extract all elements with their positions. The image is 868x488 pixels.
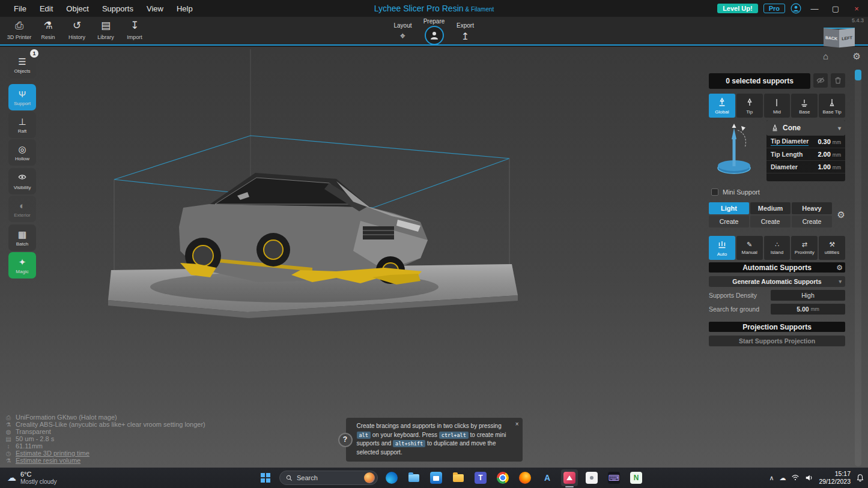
support-part-tab-tip[interactable]: Tip bbox=[736, 94, 763, 118]
hide-supports-button[interactable] bbox=[813, 73, 828, 88]
tip-length-input[interactable]: 2.00mm bbox=[818, 151, 841, 158]
view-cube-back-face[interactable]: BACK bbox=[824, 28, 839, 48]
taskbar-app-notepad[interactable]: N bbox=[628, 469, 645, 486]
menu-help[interactable]: Help bbox=[170, 4, 199, 13]
sidebar-item-support[interactable]: Ψ Support bbox=[8, 84, 36, 110]
notifications-bell-icon[interactable] bbox=[856, 474, 864, 482]
onedrive-cloud-icon[interactable]: ☁ bbox=[779, 474, 786, 482]
taskbar-app-file-explorer[interactable] bbox=[405, 469, 422, 486]
minimize-button[interactable]: — bbox=[807, 4, 822, 13]
level-up-button[interactable]: Level Up! bbox=[717, 4, 758, 13]
view-cube-left-face[interactable]: LEFT bbox=[839, 28, 855, 48]
scrollbar-thumb[interactable] bbox=[855, 70, 861, 80]
support-shape-dropdown[interactable]: Cone ▾ bbox=[766, 120, 845, 136]
delete-supports-button[interactable] bbox=[831, 73, 845, 88]
layout-icon: ⌖ bbox=[400, 31, 405, 41]
taskbar-app-anydesk[interactable]: A bbox=[539, 469, 556, 486]
tool-history[interactable]: ↺ History bbox=[62, 17, 91, 41]
tooltip-close-icon[interactable]: × bbox=[515, 420, 519, 429]
tab-layout[interactable]: Layout ⌖ bbox=[387, 17, 419, 45]
generate-automatic-supports-button[interactable]: Generate Automatic Supports ▾ bbox=[709, 276, 845, 287]
support-part-tab-base[interactable]: Base bbox=[791, 94, 818, 118]
start-button[interactable] bbox=[257, 469, 274, 486]
taskbar-app-store[interactable] bbox=[428, 469, 445, 486]
mode-tab-island[interactable]: ∴ Island bbox=[764, 236, 791, 260]
supports-density-select[interactable]: High bbox=[771, 290, 845, 301]
taskbar-clock[interactable]: 15:17 29/12/2023 bbox=[819, 470, 851, 486]
sidebar-item-visibility[interactable]: Visibility bbox=[8, 168, 36, 194]
diameter-input[interactable]: 1.00mm bbox=[818, 163, 841, 170]
taskbar-app-teams[interactable]: T bbox=[472, 469, 489, 486]
microsoft-store-icon bbox=[430, 472, 442, 484]
support-part-tab-base-tip[interactable]: Base Tip bbox=[819, 94, 845, 118]
tool-3d-printer[interactable]: ⎙ 3D Printer bbox=[5, 17, 34, 41]
account-avatar[interactable] bbox=[791, 3, 801, 14]
weight-tab-light[interactable]: Light bbox=[709, 202, 749, 214]
taskbar-app-keyboard[interactable]: ⌨ bbox=[605, 469, 622, 486]
sphere-icon: ◍ bbox=[5, 429, 12, 436]
taskbar-app-firefox[interactable] bbox=[517, 469, 533, 486]
supports-density-row: Supports Density High bbox=[709, 290, 845, 301]
start-supports-projection-button[interactable]: Start Supports Projection bbox=[709, 336, 845, 346]
status-resin: ⚗ Creality ABS-Like (anycubic abs like+ … bbox=[5, 421, 205, 429]
taskbar-app-lychee[interactable] bbox=[561, 469, 578, 486]
mode-tab-manual[interactable]: ✎ Manual bbox=[736, 236, 763, 260]
view-cube[interactable]: BACK LEFT bbox=[824, 28, 855, 47]
create-light-button[interactable]: Create bbox=[709, 215, 749, 227]
taskbar-app-folder[interactable] bbox=[450, 469, 467, 486]
close-button[interactable]: × bbox=[849, 4, 864, 13]
tip-diameter-input[interactable]: 0.30mm bbox=[818, 138, 841, 145]
estimate-print-time-link[interactable]: ◷ Estimate 3D printing time bbox=[5, 450, 205, 457]
menu-supports[interactable]: Supports bbox=[96, 4, 140, 13]
menu-edit[interactable]: Edit bbox=[33, 4, 59, 13]
speaker-icon[interactable] bbox=[805, 474, 813, 482]
taskbar-app-white[interactable] bbox=[583, 469, 600, 486]
generate-options-caret-icon[interactable]: ▾ bbox=[839, 279, 842, 285]
search-for-ground-input[interactable]: 5.00mm bbox=[771, 304, 845, 315]
taskbar-app-edge[interactable] bbox=[383, 469, 400, 486]
tool-resin[interactable]: ⚗ Resin bbox=[34, 17, 62, 41]
taskbar-app-chrome[interactable] bbox=[494, 469, 511, 486]
tab-export[interactable]: Export ↥ bbox=[450, 17, 481, 45]
mode-tab-auto[interactable]: Auto bbox=[709, 236, 735, 260]
hidden-icons-chevron[interactable]: ∧ bbox=[769, 474, 774, 482]
sidebar-item-hollow[interactable]: ◎ Hollow bbox=[8, 139, 36, 166]
titlebar: File Edit Object Supports View Help Lych… bbox=[0, 0, 868, 17]
cone-icon bbox=[771, 124, 779, 132]
weight-tab-heavy[interactable]: Heavy bbox=[792, 202, 832, 214]
viewport-scrollbar[interactable] bbox=[855, 70, 861, 466]
car-model[interactable] bbox=[179, 173, 428, 285]
weight-settings-gear[interactable]: ⚙ bbox=[837, 209, 845, 220]
tab-prepare[interactable]: Prepare bbox=[419, 17, 450, 45]
taskbar-search[interactable]: Search bbox=[279, 471, 378, 485]
sidebar-item-magic[interactable]: ✦ Magic bbox=[8, 252, 36, 279]
support-part-tab-global[interactable]: Global bbox=[709, 94, 735, 118]
create-heavy-button[interactable]: Create bbox=[792, 215, 832, 227]
weather-widget[interactable]: ☁ 6°C Mostly cloudy bbox=[0, 468, 64, 488]
weight-tab-medium[interactable]: Medium bbox=[750, 202, 791, 214]
viewport-settings-gear[interactable]: ⚙ bbox=[853, 51, 861, 62]
maximize-button[interactable]: ▢ bbox=[828, 4, 843, 13]
support-part-tab-mid[interactable]: Mid bbox=[764, 94, 791, 118]
tool-import[interactable]: ↧ Import bbox=[120, 17, 149, 41]
sidebar-item-batch[interactable]: ▦ Batch bbox=[8, 224, 36, 251]
tool-library[interactable]: ▤ Library bbox=[91, 17, 120, 41]
menu-object[interactable]: Object bbox=[59, 4, 96, 13]
sidebar-item-raft[interactable]: ⊥ Raft bbox=[8, 112, 36, 138]
sidebar-item-objects[interactable]: 1 ☰ Objects bbox=[8, 52, 36, 78]
auto-supports-settings-gear[interactable]: ⚙ bbox=[836, 264, 843, 272]
home-view-button[interactable]: ⌂ bbox=[823, 51, 828, 61]
estimate-resin-volume-link[interactable]: ⚗ Estimate resin volume bbox=[5, 457, 205, 465]
support-shape-preview[interactable] bbox=[709, 120, 766, 181]
clock-icon: ◷ bbox=[5, 450, 12, 457]
mode-tab-utilities[interactable]: ⚒ utilities bbox=[819, 236, 845, 260]
viewport-3d[interactable]: ⌂ ⚙ 1 ☰ Objects Ψ Support ⊥ Raft ◎ Hollo… bbox=[0, 47, 868, 468]
mode-tab-proximity[interactable]: ⇄ Proximity bbox=[791, 236, 818, 260]
menu-file[interactable]: File bbox=[7, 4, 33, 13]
menu-view[interactable]: View bbox=[140, 4, 170, 13]
mini-support-checkbox[interactable] bbox=[711, 188, 718, 196]
import-icon: ↧ bbox=[120, 19, 149, 32]
wifi-icon[interactable] bbox=[791, 474, 800, 482]
height-icon: ↕ bbox=[5, 443, 12, 450]
create-medium-button[interactable]: Create bbox=[750, 215, 791, 227]
